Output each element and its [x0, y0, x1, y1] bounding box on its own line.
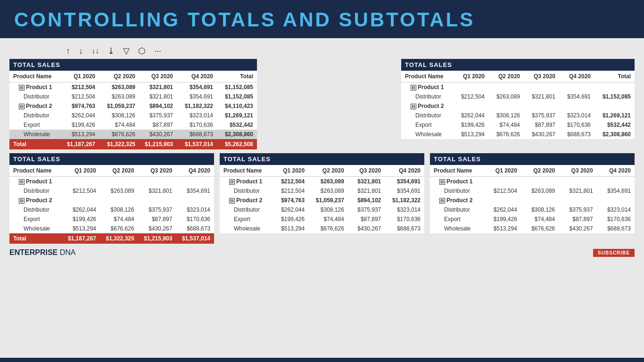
wholesale2-q1: $513,294	[61, 130, 99, 139]
expand-icon[interactable]: ⊟	[19, 179, 25, 185]
export2-q2: $74,484	[99, 120, 139, 130]
table-row: ⊟Product 2 $974,763 $1,059,237 $894,102 …	[9, 101, 257, 111]
top-right-pivot-table: TOTAL SALES Product Name Q1 2020 Q2 2020…	[401, 59, 635, 139]
dist1-name: Distributor	[9, 92, 61, 101]
wholesale2-total: $2,308,860	[217, 130, 257, 139]
product1-q4: $354,691	[177, 82, 217, 92]
expand-icon[interactable]: ⊟	[19, 104, 25, 109]
bottom-section: TOTAL SALES Product Name Q1 2020 Q2 2020…	[9, 153, 635, 244]
col-q1: Q1 2020	[62, 165, 100, 177]
dist1-q3: $321,801	[139, 92, 177, 101]
col-q2: Q2 2020	[100, 165, 138, 177]
bottom-right-table-header: Product Name Q1 2020 Q2 2020 Q3 2020 Q4 …	[430, 165, 635, 177]
sort-desc-icon[interactable]: ↓	[79, 46, 83, 56]
expand-icon[interactable]: ⊟	[19, 198, 25, 204]
total-q3: $1,215,903	[139, 139, 177, 149]
col-q2: Q2 2020	[521, 165, 559, 177]
enterprise-dna-logo: ENTERPRISE DNA	[9, 248, 75, 257]
col-q2: Q2 2020	[99, 71, 139, 82]
sort-asc-icon[interactable]: ↑	[66, 46, 70, 56]
dist1-q1: $212,504	[61, 92, 99, 101]
page-title: CONTROLLING TOTALS AND SUBTOTALS	[14, 8, 630, 31]
product1-q1: $212,504	[61, 82, 99, 92]
col-product-name: Product Name	[9, 71, 61, 82]
top-section: TOTAL SALES Product Name Q1 2020 Q2 2020…	[9, 59, 635, 149]
table-row: Distributor $262,044 $308,126 $375,937 $…	[9, 205, 214, 214]
dist2-total: $1,269,121	[217, 111, 257, 120]
main-table-title: TOTAL SALES	[9, 59, 257, 71]
col-total: Total	[217, 71, 257, 82]
main-content: ↑ ↓ ↓↓ ⤓ ▽ ⬡ ··· TOTAL SALES Product Nam…	[0, 38, 644, 358]
table-title-row: TOTAL SALES	[9, 153, 214, 165]
main-pivot-table: TOTAL SALES Product Name Q1 2020 Q2 2020…	[9, 59, 257, 149]
expand-icon[interactable]: ⊟	[229, 179, 235, 185]
total-total: $5,262,508	[217, 139, 257, 149]
col-q1: Q1 2020	[61, 71, 99, 82]
col-q1: Q1 2020	[272, 165, 308, 177]
table-row: ⊟Product 2 $974,763 $1,059,237 $894,102 …	[220, 196, 424, 205]
dist2-q2: $308,126	[99, 111, 139, 120]
wholesale2-q4: $688,673	[177, 130, 217, 139]
tr-wholesale2-name: Wholesale	[401, 130, 453, 139]
sort-desc2-icon[interactable]: ↓↓	[91, 47, 99, 55]
table-row: Distributor $212,504 $263,089 $321,801 $…	[9, 92, 257, 101]
table-row: Export $199,426 $74,484 $87,897 $170,636…	[9, 120, 257, 130]
br-table-title: TOTAL SALES	[430, 153, 635, 165]
export2-q3: $87,897	[139, 120, 177, 130]
expand-icon[interactable]: ⊟	[439, 198, 445, 204]
table-row: Export $199,426 $74,484 $87,897 $170,636…	[401, 120, 635, 130]
subscribe-button[interactable]: SUBSCRIBE	[593, 249, 635, 257]
table-row: Distributor $212,504 $263,089 $321,801 $…	[9, 186, 214, 196]
bl-table-title: TOTAL SALES	[9, 153, 214, 165]
col-q4: Q4 2020	[559, 71, 594, 82]
product2-q3: $894,102	[139, 101, 177, 111]
col-q1: Q1 2020	[483, 165, 521, 177]
tr-dist1-name: Distributor	[401, 92, 453, 101]
bottom-left-table-header: Product Name Q1 2020 Q2 2020 Q3 2020 Q4 …	[9, 165, 214, 177]
table-row: Export $199,426 $74,484 $87,897 $170,636	[220, 214, 424, 224]
table-row: Wholesale $513,294 $676,626 $430,267 $68…	[220, 224, 424, 233]
table-title-row: TOTAL SALES	[220, 153, 424, 165]
col-q2: Q2 2020	[488, 71, 524, 82]
main-table-container: TOTAL SALES Product Name Q1 2020 Q2 2020…	[9, 59, 257, 149]
col-product-name: Product Name	[9, 165, 62, 177]
export2-q4: $170,636	[177, 120, 217, 130]
table-row: Wholesale $513,294 $676,626 $430,267 $68…	[9, 224, 214, 233]
dist2-q4: $323,014	[177, 111, 217, 120]
total-q1: $1,187,267	[61, 139, 99, 149]
export2-total: $532,442	[217, 120, 257, 130]
header: CONTROLLING TOTALS AND SUBTOTALS	[0, 0, 644, 38]
top-right-table-container: TOTAL SALES Product Name Q1 2020 Q2 2020…	[401, 59, 635, 149]
table-row: ⊟Product 1	[430, 177, 635, 187]
product1-name: ⊟Product 1	[9, 82, 61, 92]
table-row: ⊟Product 1 $212,504 $263,089 $321,801 $3…	[9, 82, 257, 92]
bottom-right-pivot-table: TOTAL SALES Product Name Q1 2020 Q2 2020…	[430, 153, 635, 233]
expand-icon[interactable]: ⊟	[411, 85, 416, 90]
product2-q4: $1,182,322	[177, 101, 217, 111]
export-icon[interactable]: ⬡	[138, 46, 146, 56]
wholesale2-q2: $676,626	[99, 130, 139, 139]
expand-icon[interactable]: ⊟	[411, 104, 416, 109]
table-row: Distributor $262,044 $308,126 $375,937 $…	[430, 205, 635, 214]
dist1-q2: $263,089	[99, 92, 139, 101]
col-q2: Q2 2020	[308, 165, 348, 177]
table-row: ⊟Product 1	[401, 82, 635, 92]
more-icon[interactable]: ···	[154, 46, 161, 56]
sort-down-icon[interactable]: ⤓	[107, 46, 115, 56]
expand-icon[interactable]: ⊟	[229, 198, 235, 204]
table-row: Wholesale $513,294 $676,626 $430,267 $68…	[9, 130, 257, 139]
table-row: Distributor $212,504 $263,089 $321,801 $…	[220, 186, 424, 196]
total-row: Total $1,187,267 $1,322,325 $1,215,903 $…	[9, 139, 257, 149]
table-row: Wholesale $513,294 $676,626 $430,267 $68…	[430, 224, 635, 233]
col-q3: Q3 2020	[139, 71, 177, 82]
filter-icon[interactable]: ▽	[123, 46, 130, 56]
expand-icon[interactable]: ⊟	[439, 179, 445, 185]
col-q3: Q3 2020	[348, 165, 385, 177]
expand-icon[interactable]: ⊟	[19, 85, 25, 90]
product1-q2: $263,089	[99, 82, 139, 92]
tr-dist2-name: Distributor	[401, 111, 453, 120]
table-row: ⊟Product 2	[9, 196, 214, 205]
total-label: Total	[9, 139, 61, 149]
product2-total: $4,110,423	[217, 101, 257, 111]
col-q1: Q1 2020	[453, 71, 488, 82]
